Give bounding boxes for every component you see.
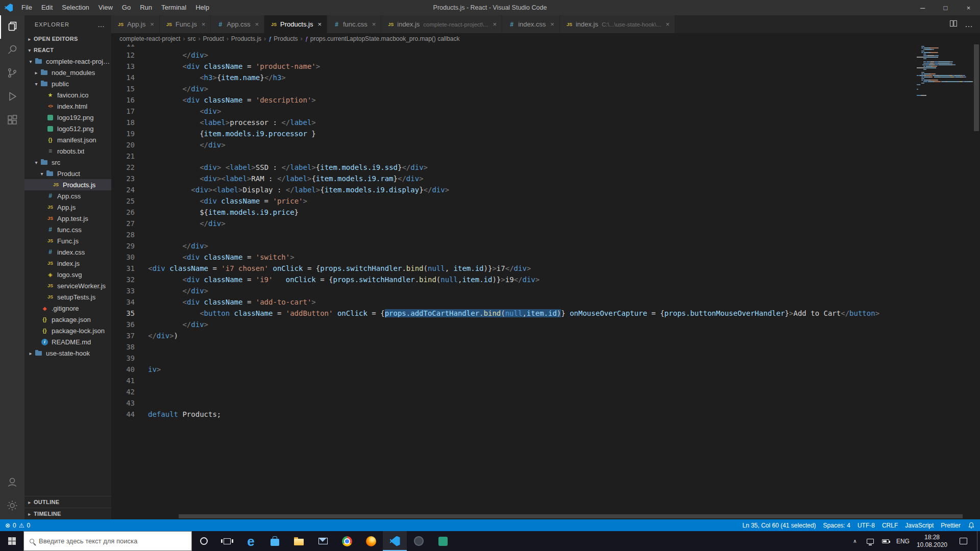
language-indicator[interactable]: ENG — [893, 531, 913, 551]
breadcrumb-item-3[interactable]: Products.js — [231, 35, 261, 42]
tree-item-logo.svg[interactable]: ◈logo.svg — [24, 269, 111, 280]
menu-go[interactable]: Go — [117, 0, 135, 15]
maximize-button[interactable]: □ — [934, 0, 957, 15]
breadcrumb-item-4[interactable]: ƒProducts — [268, 35, 298, 42]
timeline-section[interactable]: ▸ TIMELINE — [24, 508, 111, 519]
open-editors-section[interactable]: ▸ OPEN EDITORS — [24, 33, 111, 44]
more-actions-icon[interactable]: … — [97, 20, 105, 29]
editor-gutter[interactable]: 1112131415161718192021222324252627282930… — [111, 44, 148, 420]
line-number[interactable]: 20 — [111, 139, 148, 151]
tree-item-Products.js[interactable]: JSProducts.js — [24, 179, 111, 190]
close-icon[interactable]: × — [150, 20, 154, 28]
menu-view[interactable]: View — [94, 0, 117, 15]
menu-help[interactable]: Help — [191, 0, 214, 15]
source-control-activity-button[interactable] — [0, 62, 24, 86]
line-number[interactable]: 25 — [111, 195, 148, 207]
line-number[interactable]: 15 — [111, 83, 148, 94]
close-icon[interactable]: × — [317, 20, 322, 28]
line-number[interactable]: 36 — [111, 319, 148, 330]
edge-taskbar-icon[interactable] — [239, 531, 263, 551]
status-item-1[interactable]: Spaces: 4 — [823, 522, 850, 529]
tab-index.js-7[interactable]: JSindex.jsC:\...\use-state-hook\...× — [560, 15, 675, 33]
close-icon[interactable]: × — [493, 20, 497, 28]
tab-Products.js-3[interactable]: JSProducts.js× — [264, 15, 327, 33]
taskbar-search-box[interactable]: Введите здесь текст для поиска — [23, 531, 192, 551]
menu-selection[interactable]: Selection — [57, 0, 93, 15]
bell-icon[interactable] — [968, 522, 975, 529]
editor-more-actions-icon[interactable]: … — [965, 20, 973, 29]
line-number[interactable]: 14 — [111, 72, 148, 83]
settings-button[interactable] — [0, 495, 24, 518]
tree-item-package-lock.json[interactable]: {}package-lock.json — [24, 325, 111, 336]
editor-code[interactable]: </div> <div className = 'product-name'> … — [148, 44, 913, 513]
status-item-0[interactable]: Ln 35, Col 60 (41 selected) — [742, 522, 816, 529]
line-number[interactable]: 13 — [111, 61, 148, 72]
line-number[interactable]: 35 — [111, 308, 148, 319]
outline-section[interactable]: ▸ OUTLINE — [24, 496, 111, 508]
line-number[interactable]: 34 — [111, 296, 148, 308]
tree-item-robots.txt[interactable]: ≡robots.txt — [24, 145, 111, 157]
menu-terminal[interactable]: Terminal — [157, 0, 191, 15]
status-item-5[interactable]: Prettier — [941, 522, 961, 529]
tree-item-App.css[interactable]: #App.css — [24, 190, 111, 202]
mail-taskbar-icon[interactable] — [311, 531, 335, 551]
tab-func.css-4[interactable]: #func.css× — [327, 15, 381, 33]
action-center-button[interactable] — [951, 531, 975, 551]
battery-tray-button[interactable] — [878, 531, 893, 551]
tab-App.css-2[interactable]: #App.css× — [211, 15, 264, 33]
tree-item-use-state-hook[interactable]: ▸use-state-hook — [24, 347, 111, 359]
status-item-3[interactable]: CRLF — [882, 522, 898, 529]
task-view-button[interactable] — [215, 531, 239, 551]
minimap[interactable] — [917, 44, 973, 513]
line-number[interactable]: 37 — [111, 330, 148, 341]
breadcrumb-item-1[interactable]: src — [187, 35, 195, 42]
horizontal-scrollbar[interactable] — [148, 513, 973, 519]
tree-item-func.css[interactable]: #func.css — [24, 224, 111, 235]
tree-item-.gitignore[interactable]: ◆.gitignore — [24, 303, 111, 314]
tree-item-index.css[interactable]: #index.css — [24, 246, 111, 258]
vertical-scrollbar-thumb[interactable] — [974, 44, 979, 131]
close-icon[interactable]: × — [255, 20, 259, 28]
tree-item-logo512.png[interactable]: logo512.png — [24, 123, 111, 134]
tree-item-public[interactable]: ▾public — [24, 78, 111, 89]
tree-item-manifest.json[interactable]: {}manifest.json — [24, 134, 111, 145]
line-number[interactable]: 26 — [111, 207, 148, 218]
account-button[interactable] — [0, 471, 24, 495]
show-desktop-button[interactable] — [977, 531, 980, 551]
line-number[interactable]: 42 — [111, 386, 148, 397]
tree-item-package.json[interactable]: {}package.json — [24, 314, 111, 325]
hidden-icons-button[interactable]: ∧ — [847, 531, 863, 551]
horizontal-scrollbar-thumb[interactable] — [179, 514, 963, 518]
app-green-taskbar-icon[interactable] — [431, 531, 455, 551]
line-number[interactable]: 23 — [111, 173, 148, 184]
menu-edit[interactable]: Edit — [37, 0, 57, 15]
line-number[interactable]: 19 — [111, 128, 148, 139]
line-number[interactable]: 30 — [111, 252, 148, 263]
file-explorer-taskbar-icon[interactable] — [287, 531, 311, 551]
line-number[interactable]: 28 — [111, 229, 148, 240]
workspace-section[interactable]: ▾ REACT — [24, 44, 111, 56]
vscode-taskbar-icon[interactable] — [383, 531, 407, 551]
tree-item-node_modules[interactable]: ▸node_modules — [24, 67, 111, 78]
close-icon[interactable]: × — [550, 20, 554, 28]
tree-item-Product[interactable]: ▾Product — [24, 168, 111, 179]
tree-item-App.test.js[interactable]: JSApp.test.js — [24, 213, 111, 224]
cortana-button[interactable] — [192, 531, 215, 551]
line-number[interactable]: 39 — [111, 353, 148, 364]
line-number[interactable]: 29 — [111, 240, 148, 252]
breadcrumb-item-0[interactable]: complete-react-project — [119, 35, 180, 42]
line-number[interactable]: 22 — [111, 162, 148, 173]
chrome-taskbar-icon[interactable] — [335, 531, 359, 551]
firefox-taskbar-icon[interactable] — [359, 531, 383, 551]
tree-item-index.js[interactable]: JSindex.js — [24, 258, 111, 269]
line-number[interactable]: 41 — [111, 375, 148, 386]
tab-Func.js-1[interactable]: JSFunc.js× — [160, 15, 211, 33]
vertical-scrollbar[interactable] — [973, 44, 980, 513]
start-button[interactable] — [0, 531, 23, 551]
menu-run[interactable]: Run — [135, 0, 157, 15]
line-number[interactable]: 12 — [111, 49, 148, 61]
editor[interactable]: 1112131415161718192021222324252627282930… — [111, 44, 980, 519]
tree-item-serviceWorker.js[interactable]: JSserviceWorker.js — [24, 280, 111, 291]
tree-item-logo192.png[interactable]: logo192.png — [24, 112, 111, 123]
status-item-2[interactable]: UTF-8 — [857, 522, 875, 529]
